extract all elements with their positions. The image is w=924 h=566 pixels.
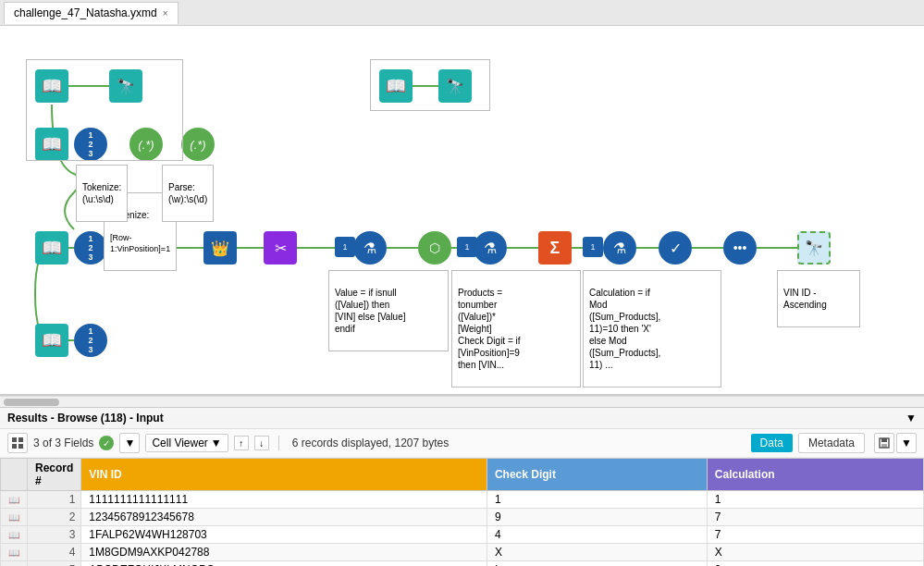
fields-display: 3 of 3 Fields xyxy=(33,437,93,449)
results-header: Results - Browse (118) - Input ▼ xyxy=(0,408,924,429)
node-scissors[interactable]: ✂ xyxy=(264,231,297,265)
circle-blue-icon-3: 123 xyxy=(74,324,107,357)
scrollbar-thumb xyxy=(4,399,59,406)
row-icon-cell: 📖 xyxy=(1,526,28,544)
col-record-header[interactable]: Record # xyxy=(28,459,81,491)
row-vin: 1111111111111111 xyxy=(81,491,487,509)
row-vin: 1M8GDM9AXKP042788 xyxy=(81,544,487,561)
node-circle-blue-3[interactable]: 123 xyxy=(74,324,107,357)
node-binoculars-output[interactable]: 🔭 xyxy=(797,231,831,265)
row-icon-cell: 📖 xyxy=(1,509,28,526)
table-header: Record # VIN ID Check Digit Calculation xyxy=(1,459,924,491)
calc-label: Calculation = if Mod ([Sum_Products], 11… xyxy=(583,270,721,388)
row-icon-cell: 📖 xyxy=(1,491,28,509)
toolbar-divider xyxy=(278,436,279,450)
node-network[interactable]: ⬡ xyxy=(418,231,451,265)
sort-down-btn[interactable]: ↓ xyxy=(254,436,269,450)
node-number-badge-1[interactable]: 1 xyxy=(335,237,355,257)
node-sigma[interactable]: Σ xyxy=(538,231,572,265)
node-crown[interactable]: 👑 xyxy=(203,231,237,265)
tab-bar: challenge_47_Natasha.yxmd × xyxy=(0,0,924,26)
data-btn[interactable]: Data xyxy=(751,434,793,452)
flask-icon-3: ⚗ xyxy=(603,231,636,265)
node-book-5[interactable]: 📖 xyxy=(35,324,68,357)
row-calc: 7 xyxy=(707,526,923,544)
table-body: 📖1111111111111111111📖2123456789123456789… xyxy=(1,491,924,567)
cell-viewer-label: Cell Viewer xyxy=(152,437,207,449)
grid-view-btn[interactable] xyxy=(7,433,28,453)
checkmark-icon: ✓ xyxy=(99,436,114,450)
sort-up-btn[interactable]: ↑ xyxy=(234,436,249,450)
row-num: 2 xyxy=(28,509,81,526)
col-calc-header[interactable]: Calculation xyxy=(707,459,923,491)
main-tab[interactable]: challenge_47_Natasha.yxmd × xyxy=(4,2,179,24)
flask-icon-2: ⚗ xyxy=(474,231,507,265)
row-num: 4 xyxy=(28,544,81,561)
node-dots[interactable]: ••• xyxy=(723,231,757,265)
dots-icon: ••• xyxy=(723,231,757,265)
grid-icon xyxy=(11,437,24,449)
binoculars-dashed-icon: 🔭 xyxy=(797,231,831,265)
canvas-area: 📖 🔭 📖 🔭 📖 123 (.*) Tokenize: [Row- 1:Vin… xyxy=(0,26,924,396)
export-btn-2[interactable]: ▼ xyxy=(896,433,917,453)
node-group-top-right xyxy=(370,59,490,111)
table-row: 📖1111111111111111111 xyxy=(1,491,924,509)
svg-rect-23 xyxy=(881,438,887,442)
node-circle-blue-1[interactable]: 123 xyxy=(74,231,107,265)
node-group-top-left xyxy=(26,59,183,161)
export-icon-group: ▼ xyxy=(874,433,917,453)
node-book-3[interactable]: 📖 xyxy=(35,231,68,265)
row-icon-cell: 📖 xyxy=(1,561,28,567)
row-num: 3 xyxy=(28,526,81,544)
results-collapse-icon[interactable]: ▼ xyxy=(906,412,917,424)
table-row: 📖41M8GDM9AXKP042788XX xyxy=(1,544,924,561)
book-icon-3: 📖 xyxy=(35,231,68,265)
tab-label: challenge_47_Natasha.yxmd xyxy=(14,6,157,19)
table-row: 📖21234567891234567897 xyxy=(1,509,924,526)
node-flask-3[interactable]: ⚗ xyxy=(603,231,636,265)
parse-label: Parse: (\w):\s(\d) xyxy=(162,165,214,222)
green-regex-icon-3: (.*) xyxy=(181,128,215,161)
save-icon xyxy=(878,437,891,449)
results-table-container[interactable]: Record # VIN ID Check Digit Calculation … xyxy=(0,458,924,566)
row-icon-cell: 📖 xyxy=(1,544,28,561)
node-green-circle-3[interactable]: (.*) xyxy=(181,128,215,161)
svg-rect-18 xyxy=(12,437,17,442)
node-flask-2[interactable]: ⚗ xyxy=(474,231,507,265)
sigma-icon: Σ xyxy=(538,231,572,265)
col-checkdigit-header[interactable]: Check Digit xyxy=(487,459,707,491)
flask-icon-1: ⚗ xyxy=(353,231,387,265)
col-vinid-header[interactable]: VIN ID xyxy=(81,459,487,491)
row-calc: 1 xyxy=(707,491,923,509)
formula-label-1: Value = if isnull ([Value]) then [VIN] e… xyxy=(328,270,449,351)
check-icon: ✓ xyxy=(659,231,692,265)
row-calc: 0 xyxy=(707,561,923,567)
close-tab-btn[interactable]: × xyxy=(163,8,168,18)
cell-viewer-btn[interactable]: Cell Viewer ▼ xyxy=(145,434,228,452)
book-icon-5: 📖 xyxy=(35,324,68,357)
row-calc: 7 xyxy=(707,509,923,526)
checkmark-container: ✓ xyxy=(99,436,114,450)
node-check[interactable]: ✓ xyxy=(659,231,692,265)
svg-rect-20 xyxy=(12,444,17,449)
results-toolbar: 3 of 3 Fields ✓ ▼ Cell Viewer ▼ ↑ ↓ 6 re… xyxy=(0,429,924,458)
export-btn-1[interactable] xyxy=(874,433,894,453)
metadata-btn[interactable]: Metadata xyxy=(798,433,865,453)
row-check: 9 xyxy=(487,509,707,526)
svg-rect-21 xyxy=(18,444,23,449)
results-table: Record # VIN ID Check Digit Calculation … xyxy=(0,458,924,566)
node-flask-1[interactable]: ⚗ xyxy=(353,231,387,265)
scissors-icon: ✂ xyxy=(264,231,297,265)
canvas-scrollbar[interactable] xyxy=(0,396,924,407)
row-vin: 12345678912345678 xyxy=(81,509,487,526)
dropdown-arrow-btn[interactable]: ▼ xyxy=(119,433,140,453)
table-row: 📖31FALP62W4WH12870347 xyxy=(1,526,924,544)
results-title: Results - Browse (118) - Input xyxy=(7,412,164,424)
results-panel: Results - Browse (118) - Input ▼ 3 of 3 … xyxy=(0,407,924,566)
row-vin: 1FALP62W4WH128703 xyxy=(81,526,487,544)
row-num: 5 xyxy=(28,561,81,567)
node-number-badge-3[interactable]: 1 xyxy=(583,237,603,257)
fields-count: 3 of 3 Fields xyxy=(33,437,93,449)
formula-label-2: Products = tonumber ([Value])* [Weight] … xyxy=(451,270,581,388)
row-calc: X xyxy=(707,544,923,561)
